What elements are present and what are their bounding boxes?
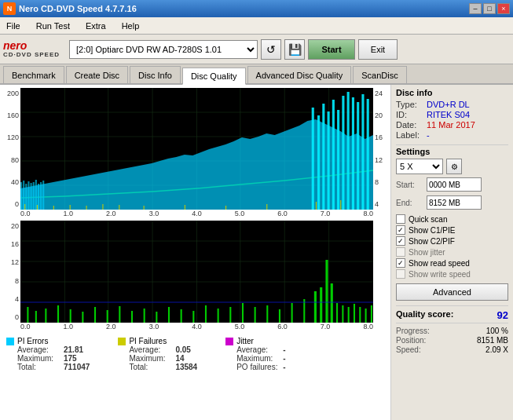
nero-logo: nero CD·DVD SPEED [3, 40, 60, 58]
app-icon: N [3, 2, 16, 15]
tab-advanced-disc-quality[interactable]: Advanced Disc Quality [247, 66, 352, 83]
legend: PI Errors Average: 21.81 Maximum: 175 To… [3, 334, 387, 374]
disc-type: DVD+R DL [427, 100, 470, 109]
svg-rect-89 [342, 305, 343, 323]
svg-rect-94 [371, 305, 372, 323]
svg-rect-64 [70, 309, 71, 323]
settings-title: Settings [396, 147, 508, 156]
show-write-speed-checkbox[interactable] [396, 269, 405, 279]
top-chart-svg [20, 88, 373, 210]
svg-rect-61 [35, 311, 37, 323]
svg-rect-31 [352, 97, 354, 210]
advanced-button[interactable]: Advanced [396, 283, 508, 301]
svg-rect-92 [359, 307, 361, 323]
title-bar: N Nero CD-DVD Speed 4.7.7.16 – □ × [0, 0, 513, 17]
position-value: 8151 MB [477, 336, 508, 345]
svg-rect-45 [266, 204, 267, 210]
svg-rect-66 [94, 307, 96, 323]
svg-rect-84 [314, 291, 317, 323]
jitter-color [225, 338, 233, 345]
show-c1pie-row: ✓ Show C1/PIE [396, 225, 508, 235]
exit-button[interactable]: Exit [358, 39, 398, 60]
svg-rect-81 [279, 309, 280, 323]
top-chart [20, 88, 373, 210]
tab-disc-quality[interactable]: Disc Quality [182, 68, 246, 85]
menu-extra[interactable]: Extra [82, 20, 109, 32]
jitter-label: Jitter [236, 337, 254, 345]
drive-select[interactable]: [2:0] Optiarc DVD RW AD-7280S 1.01 [69, 40, 258, 59]
tabs-bar: Benchmark Create Disc Disc Info Disc Qua… [0, 64, 513, 85]
pi-errors-color [6, 338, 14, 345]
main-content: 200 160 120 80 40 0 [0, 85, 513, 420]
show-read-speed-row: ✓ Show read speed [396, 258, 508, 268]
bottom-chart [20, 221, 373, 323]
progress-value: 100 % [486, 327, 508, 335]
save-icon[interactable]: 💾 [284, 39, 305, 60]
minimize-button[interactable]: – [469, 3, 482, 14]
tab-disc-info[interactable]: Disc Info [130, 66, 181, 83]
refresh-icon[interactable]: ↺ [261, 39, 281, 60]
bottom-chart-svg [20, 221, 373, 323]
svg-rect-80 [266, 305, 268, 323]
svg-rect-30 [347, 92, 350, 210]
svg-rect-86 [325, 260, 328, 323]
speed-value: 2.09 X [486, 345, 508, 354]
speed-select[interactable]: 5 X [396, 159, 443, 174]
show-c1pie-checkbox[interactable]: ✓ [396, 225, 405, 235]
menu-run-test[interactable]: Run Test [33, 20, 73, 32]
svg-rect-41 [119, 205, 119, 210]
show-c2pif-row: ✓ Show C2/PIF [396, 236, 508, 246]
svg-rect-82 [291, 303, 293, 323]
toolbar: nero CD·DVD SPEED [2:0] Optiarc DVD RW A… [0, 35, 513, 64]
svg-rect-73 [181, 309, 182, 323]
svg-rect-85 [320, 287, 322, 323]
svg-rect-36 [37, 205, 38, 210]
settings-icon[interactable]: ⚙ [446, 159, 462, 174]
quick-scan-checkbox[interactable] [396, 214, 405, 224]
svg-rect-72 [168, 307, 170, 323]
tab-scandisc[interactable]: ScanDisc [353, 66, 406, 83]
svg-rect-93 [365, 309, 367, 323]
svg-rect-34 [367, 99, 369, 210]
show-read-speed-checkbox[interactable]: ✓ [396, 258, 405, 268]
svg-rect-44 [225, 206, 226, 210]
svg-rect-78 [242, 303, 244, 323]
legend-pi-failures: PI Failures Average: 0.05 Maximum: 14 To… [118, 337, 197, 371]
svg-rect-42 [144, 206, 145, 210]
tab-create-disc[interactable]: Create Disc [66, 66, 128, 83]
bottom-chart-wrapper: 20 16 12 8 4 0 [3, 221, 387, 323]
chart-area: 200 160 120 80 40 0 [0, 85, 391, 420]
start-field[interactable] [427, 177, 482, 192]
svg-rect-77 [229, 307, 231, 323]
pi-failures-label: PI Failures [129, 337, 167, 345]
start-button[interactable]: Start [308, 39, 355, 60]
pi-failures-color [118, 338, 126, 345]
svg-rect-28 [337, 110, 339, 210]
svg-rect-90 [348, 307, 350, 323]
tab-benchmark[interactable]: Benchmark [3, 66, 64, 83]
svg-rect-47 [340, 200, 341, 210]
svg-rect-75 [205, 305, 207, 323]
svg-rect-23 [312, 108, 314, 210]
svg-rect-29 [342, 96, 344, 210]
pi-errors-label: PI Errors [17, 337, 48, 345]
menu-help[interactable]: Help [119, 20, 143, 32]
svg-rect-38 [70, 205, 71, 210]
divider-3 [396, 323, 508, 323]
maximize-button[interactable]: □ [483, 3, 496, 14]
disc-info-section: Disc info Type: DVD+R DL ID: RITEK S04 D… [396, 88, 508, 140]
disc-date: 11 Mar 2017 [427, 120, 475, 130]
svg-rect-33 [361, 94, 364, 210]
disc-id: RITEK S04 [427, 110, 470, 119]
show-jitter-row: Show jitter [396, 247, 508, 257]
show-c2pif-checkbox[interactable]: ✓ [396, 236, 405, 246]
menu-file[interactable]: File [3, 20, 24, 32]
end-field[interactable] [427, 195, 482, 210]
svg-rect-70 [144, 309, 145, 323]
close-button[interactable]: × [497, 3, 510, 14]
svg-rect-60 [27, 307, 28, 323]
show-jitter-checkbox[interactable] [396, 247, 405, 257]
svg-rect-69 [131, 311, 133, 323]
svg-rect-68 [119, 306, 120, 323]
svg-rect-74 [192, 311, 194, 323]
